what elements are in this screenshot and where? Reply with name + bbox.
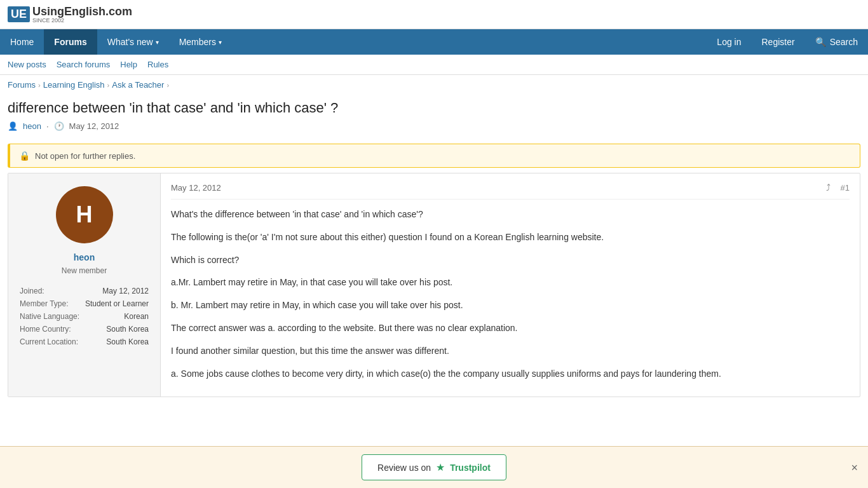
avatar: H <box>56 186 113 243</box>
alert-message: Not open for further replies. <box>35 151 135 161</box>
site-logo[interactable]: UE UsingEnglish.com SINCE 2002 <box>8 5 132 24</box>
user-member-type-row: Member Type: Student or Learner <box>20 298 149 309</box>
nav-whats-new[interactable]: What's new ▾ <box>97 29 169 55</box>
user-role: New member <box>62 266 107 275</box>
current-location-value: South Korea <box>83 336 149 348</box>
clock-icon: 🕐 <box>54 121 64 131</box>
breadcrumb-sep-2: › <box>107 81 110 89</box>
logo-ue: UE <box>8 6 30 22</box>
user-native-lang-row: Native Language: Korean <box>20 311 149 322</box>
native-lang-label: Native Language: <box>20 311 81 322</box>
post-body: What's the difference between 'in that c… <box>171 207 850 381</box>
breadcrumb-learning-english[interactable]: Learning English <box>43 80 105 90</box>
post-paragraph-1: What's the difference between 'in that c… <box>171 207 850 222</box>
user-joined-row: Joined: May 12, 2012 <box>20 285 149 297</box>
logo-text: UsingEnglish.com <box>32 5 132 18</box>
breadcrumb-sep-3: › <box>166 81 169 89</box>
post-paragraph-2: The following is the(or 'a' I'm not sure… <box>171 230 850 245</box>
post-header: May 12, 2012 ⤴ #1 <box>171 181 850 200</box>
post-paragraph-5: b. Mr. Lambert may retire in May, in whi… <box>171 298 850 313</box>
member-type-value: Student or Learner <box>83 298 149 309</box>
sub-nav: New posts Search forums Help Rules <box>0 55 868 75</box>
nav-members[interactable]: Members ▾ <box>169 29 232 55</box>
whats-new-arrow: ▾ <box>156 39 159 46</box>
logo-since: SINCE 2002 <box>32 17 132 24</box>
nav-right: Log in Register 🔍 Search <box>707 29 868 55</box>
search-icon: 🔍 <box>815 37 826 47</box>
user-info-table: Joined: May 12, 2012 Member Type: Studen… <box>18 284 150 349</box>
nav-search-button[interactable]: 🔍 Search <box>805 29 868 55</box>
joined-label: Joined: <box>20 285 81 297</box>
user-sidebar: H heon New member Joined: May 12, 2012 M… <box>8 173 161 396</box>
post-actions: ⤴ #1 <box>824 181 850 194</box>
breadcrumb: Forums › Learning English › Ask a Teache… <box>0 75 868 95</box>
page-title: difference between 'in that case' and 'i… <box>0 95 868 119</box>
nav-forums[interactable]: Forums <box>44 29 97 55</box>
home-country-label: Home Country: <box>20 323 81 335</box>
nav-register[interactable]: Register <box>752 29 805 55</box>
member-type-label: Member Type: <box>20 298 81 309</box>
post-paragraph-4: a.Mr. Lambert may retire in May, in that… <box>171 275 850 290</box>
thread-date: May 12, 2012 <box>69 121 119 131</box>
post-paragraph-3: Which is correct? <box>171 253 850 268</box>
post-meta: 👤 heon · 🕐 May 12, 2012 <box>0 119 868 139</box>
breadcrumb-ask-a-teacher[interactable]: Ask a Teacher <box>112 80 164 90</box>
share-icon: ⤴ <box>826 182 831 193</box>
main-nav: Home Forums What's new ▾ Members ▾ Log i… <box>0 29 868 55</box>
site-header: UE UsingEnglish.com SINCE 2002 <box>0 0 868 29</box>
subnav-rules[interactable]: Rules <box>147 58 168 71</box>
post-card: H heon New member Joined: May 12, 2012 M… <box>8 173 860 397</box>
native-lang-value: Korean <box>83 311 149 322</box>
post-paragraph-7: I found another similar question, but th… <box>171 344 850 359</box>
current-location-label: Current Location: <box>20 336 81 348</box>
alert-bar: 🔒 Not open for further replies. <box>8 144 860 168</box>
members-arrow: ▾ <box>219 39 222 46</box>
home-country-value: South Korea <box>83 323 149 335</box>
post-date: May 12, 2012 <box>171 183 221 193</box>
breadcrumb-forums[interactable]: Forums <box>8 80 36 90</box>
post-paragraph-8: a. Some jobs cause clothes to become ver… <box>171 367 850 382</box>
subnav-new-posts[interactable]: New posts <box>8 58 46 71</box>
nav-home[interactable]: Home <box>0 29 44 55</box>
user-name-link[interactable]: heon <box>74 252 95 262</box>
share-button[interactable]: ⤴ <box>824 181 833 194</box>
nav-login[interactable]: Log in <box>707 29 751 55</box>
breadcrumb-sep-1: › <box>38 81 41 89</box>
subnav-search-forums[interactable]: Search forums <box>57 58 111 71</box>
author-icon: 👤 <box>8 121 18 131</box>
user-home-country-row: Home Country: South Korea <box>20 323 149 335</box>
post-paragraph-6: The correct answer was a. according to t… <box>171 321 850 336</box>
post-content-area: May 12, 2012 ⤴ #1 What's the difference … <box>161 173 860 396</box>
joined-value: May 12, 2012 <box>83 285 149 297</box>
post-number: #1 <box>841 183 850 193</box>
meta-dot: · <box>46 121 49 131</box>
thread-author-link[interactable]: heon <box>23 121 41 131</box>
user-current-location-row: Current Location: South Korea <box>20 336 149 348</box>
subnav-help[interactable]: Help <box>120 58 137 71</box>
lock-icon: 🔒 <box>19 151 30 161</box>
